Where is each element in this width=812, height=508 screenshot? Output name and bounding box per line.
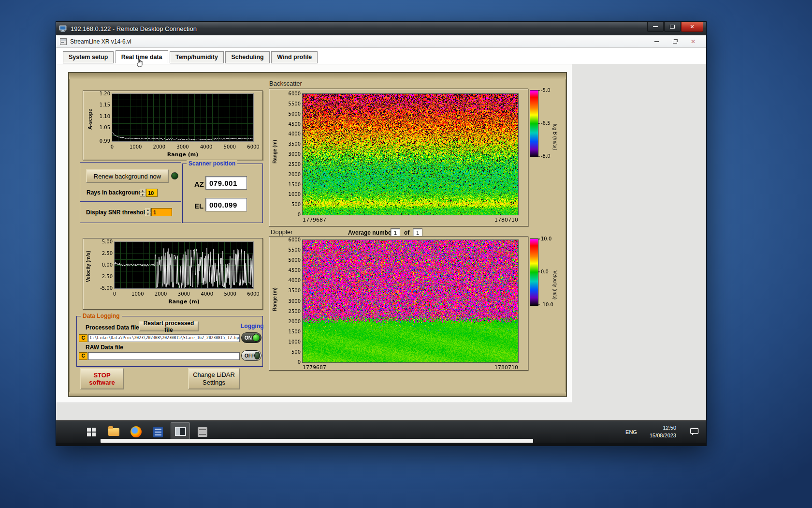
panel-bevel-top xyxy=(69,73,566,79)
clock-time: 12:50 xyxy=(650,424,676,432)
rdp-close-button[interactable]: ✕ xyxy=(681,22,703,32)
tab-bar: System setup Real time data Temp/humidit… xyxy=(56,48,706,64)
processed-drive-selector[interactable]: C xyxy=(79,334,87,342)
off-led-icon xyxy=(254,352,260,359)
app-content: A-scope Renew background now Rays in bac… xyxy=(56,64,706,420)
renew-background-led xyxy=(171,172,178,179)
change-line1: Change LiDAR xyxy=(193,371,235,379)
velocity-chart-frame: Velocity (m/s) xyxy=(83,238,263,310)
backscatter-heatmap xyxy=(269,89,529,227)
rdp-window: 192.168.0.122 - Remote Desktop Connectio… xyxy=(56,21,707,446)
rdp-minimize-button[interactable] xyxy=(647,22,664,32)
off-label: OFF xyxy=(245,353,254,359)
minimize-icon xyxy=(654,41,659,42)
backscatter-colorbar-label: log B (/m/sr) xyxy=(552,103,558,171)
processed-path-field[interactable]: C:\Lidar\Data\Proc\2023\202308\20230815\… xyxy=(88,334,240,342)
rdp-computer-icon xyxy=(59,25,67,32)
folder-icon xyxy=(108,428,119,436)
processed-data-file-label: Processed Data file xyxy=(86,324,139,331)
raw-drive-selector[interactable]: C xyxy=(79,352,87,360)
scanner-position-title: Scanner position xyxy=(187,160,237,167)
el-value-field[interactable]: 000.099 xyxy=(205,198,247,211)
az-value-field[interactable]: 079.001 xyxy=(205,176,247,190)
app-window-icon xyxy=(175,427,186,436)
ascope-chart-frame: A-scope xyxy=(83,90,263,160)
rdp-client-area: StreamLine XR v14-6.vi ✕ System setup Re… xyxy=(56,35,706,446)
windows-logo-icon xyxy=(87,428,96,436)
rays-in-background-label: Rays in background xyxy=(87,189,142,196)
data-logging-box: Data Logging Processed Data file Restart… xyxy=(76,316,263,367)
clock-date: 15/08/2023 xyxy=(650,432,676,439)
app-titlebar[interactable]: StreamLine XR v14-6.vi ✕ xyxy=(56,35,706,48)
average-of-label: of xyxy=(404,229,409,236)
doppler-heatmap-frame: Range (m) xyxy=(269,236,528,371)
close-icon: ✕ xyxy=(690,24,694,30)
average-number-value-1[interactable]: 1 xyxy=(391,228,400,237)
rdp-maximize-button[interactable] xyxy=(664,22,681,32)
rays-in-background-value[interactable]: 10 xyxy=(146,189,158,197)
doppler-title: Doppler xyxy=(271,228,293,236)
data-logging-title: Data Logging xyxy=(81,313,122,319)
language-indicator[interactable]: ENG xyxy=(625,429,637,435)
restart-processed-file-button[interactable]: Restart processed file xyxy=(139,321,199,331)
gray-window-icon xyxy=(198,427,207,437)
app-close-button[interactable]: ✕ xyxy=(684,36,702,47)
doppler-y-axis-label: Range (m) xyxy=(272,270,277,329)
doppler-colorbar-label: Velocity (m/s) xyxy=(552,251,558,319)
velocity-y-axis-label: Velocity (m/s) xyxy=(86,244,91,289)
maximize-icon xyxy=(670,25,675,29)
desktop-background: 192.168.0.122 - Remote Desktop Connectio… xyxy=(0,0,812,508)
tab-system-setup[interactable]: System setup xyxy=(63,51,114,63)
snr-threshold-label: Display SNR threshold xyxy=(86,209,148,216)
blue-document-icon xyxy=(153,427,163,437)
change-line2: Settings xyxy=(203,379,225,387)
restore-icon xyxy=(673,40,677,44)
mouse-cursor-hand xyxy=(136,59,143,67)
on-led-icon xyxy=(252,334,260,342)
tab-scheduling[interactable]: Scheduling xyxy=(225,51,269,63)
renew-background-button[interactable]: Renew background now xyxy=(86,169,169,183)
rdp-titlebar[interactable]: 192.168.0.122 - Remote Desktop Connectio… xyxy=(56,22,706,35)
tab-temp-humidity[interactable]: Temp/humidity xyxy=(170,51,224,63)
average-number-value-2[interactable]: 1 xyxy=(413,228,422,237)
el-label: EL xyxy=(194,202,203,210)
snr-threshold-stepper[interactable]: ▲▼ xyxy=(145,208,151,216)
stop-line1: STOP xyxy=(93,372,110,379)
minimize-icon xyxy=(653,26,658,27)
rays-in-background-stepper[interactable]: ▲▼ xyxy=(140,189,145,197)
raw-data-file-label: RAW Data file xyxy=(86,344,123,351)
firefox-icon xyxy=(130,426,142,437)
stop-line2: software xyxy=(89,379,115,386)
backscatter-title: Backscatter xyxy=(269,80,302,87)
raw-path-field[interactable] xyxy=(88,352,240,360)
average-number-label: Average number xyxy=(348,229,393,236)
az-label: AZ xyxy=(194,180,204,188)
logging-label: Logging xyxy=(241,323,263,329)
snr-threshold-box: Display SNR threshold ▲▼ 1 xyxy=(80,202,181,223)
app-minimize-button[interactable] xyxy=(647,36,666,47)
snr-threshold-value[interactable]: 1 xyxy=(151,208,172,216)
background-controls-box: Renew background now Rays in background … xyxy=(80,162,181,202)
scanner-position-box: Scanner position AZ 079.001 EL 000.099 xyxy=(182,164,263,223)
backscatter-heatmap-frame: Range (m) xyxy=(269,89,528,226)
notification-icon[interactable] xyxy=(690,428,699,436)
tab-wind-profile[interactable]: Wind profile xyxy=(271,51,318,63)
on-label: ON xyxy=(245,335,252,341)
ascope-y-axis-label: A-scope xyxy=(87,97,93,141)
taskbar-clock[interactable]: 12:50 15/08/2023 xyxy=(650,424,676,439)
rdp-horizontal-scrollbar-thumb[interactable] xyxy=(101,439,533,443)
velocity-chart xyxy=(83,239,263,310)
raw-logging-toggle[interactable]: OFF xyxy=(241,350,261,361)
change-lidar-settings-button[interactable]: Change LiDAR Settings xyxy=(188,368,240,389)
backscatter-y-axis-label: Range (m) xyxy=(272,123,277,181)
panel-bevel-bottom xyxy=(69,392,566,396)
doppler-heatmap xyxy=(269,237,529,371)
stop-software-button[interactable]: STOP software xyxy=(80,368,124,389)
processed-logging-toggle[interactable]: ON xyxy=(241,332,261,343)
labview-vi-icon xyxy=(60,38,67,45)
close-icon: ✕ xyxy=(691,38,696,45)
app-restore-button[interactable] xyxy=(666,36,684,47)
ascope-chart xyxy=(83,91,263,161)
rdp-window-title: 192.168.0.122 - Remote Desktop Connectio… xyxy=(71,25,197,32)
start-button[interactable] xyxy=(82,422,101,442)
